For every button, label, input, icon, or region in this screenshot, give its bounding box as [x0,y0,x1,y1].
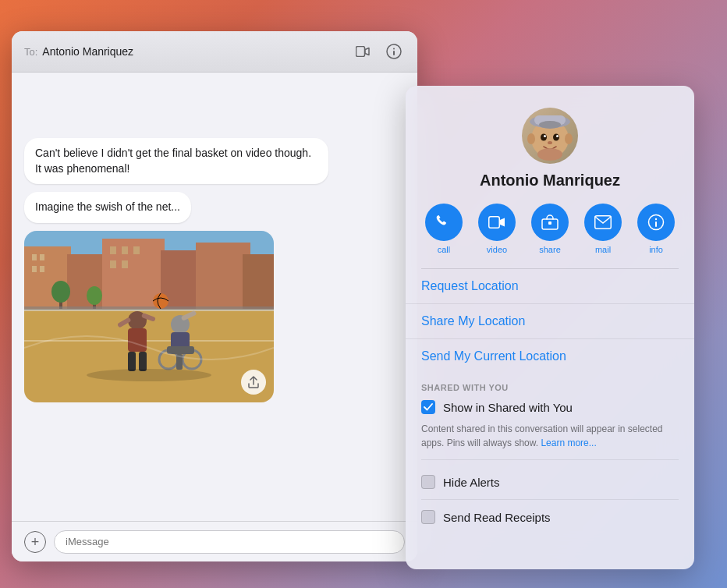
svg-rect-14 [40,266,44,272]
svg-point-23 [87,286,102,305]
info-icon-circle [637,204,675,241]
info-header: Antonio Manriquez [406,86,694,204]
svg-point-60 [655,218,657,220]
svg-rect-0 [356,47,365,57]
show-shared-checkbox[interactable] [421,400,435,414]
bottom-toggles: Hide Alerts Send Read Receipts [406,465,694,534]
basketball-photo [24,231,274,402]
action-info[interactable]: info [637,204,675,254]
contact-name: Antonio Manriquez [480,172,620,190]
info-panel: Antonio Manriquez call video [406,86,694,569]
svg-point-53 [548,141,552,144]
svg-point-50 [553,134,559,141]
svg-rect-16 [122,246,128,254]
call-icon-circle [425,204,463,241]
contact-avatar [522,108,578,164]
photo-message-row [24,231,405,402]
messages-list: Than Can't believe I didn't get the fina… [12,73,417,522]
svg-point-49 [541,134,547,141]
svg-rect-55 [489,217,500,228]
share-location-label: Share My Location [421,314,525,328]
call-label: call [438,245,451,254]
learn-more-link[interactable]: Learn more... [541,437,596,448]
shared-description: Content shared in this conversation will… [421,422,679,460]
svg-point-52 [556,135,559,137]
svg-point-51 [544,135,546,137]
send-read-receipts-label: Send Read Receipts [443,511,551,524]
svg-rect-57 [548,221,551,225]
mail-icon-circle [584,204,622,241]
share-label: share [539,245,561,254]
send-current-location-item[interactable]: Send My Current Location [406,339,694,374]
bubble-text: Can't believe I didn't get the final bas… [35,147,311,175]
svg-point-47 [527,133,535,144]
svg-rect-12 [40,254,44,260]
svg-rect-17 [133,246,140,254]
svg-rect-61 [655,221,657,227]
video-icon-circle [478,204,516,241]
request-location-item[interactable]: Request Location [406,269,694,304]
svg-point-21 [51,281,70,303]
svg-rect-27 [24,306,274,310]
show-shared-label: Show in Shared with You [443,401,573,414]
video-label: video [487,245,507,254]
action-mail[interactable]: mail [584,204,622,254]
svg-point-54 [537,148,562,161]
action-share[interactable]: share [531,204,569,254]
received-message: Imagine the swish of the net... [24,192,191,223]
recipient-row: To: Antonio Manriquez [24,45,133,58]
messages-window: To: Antonio Manriquez Than [12,31,417,561]
message-row: Can't believe I didn't get the final bas… [24,138,405,184]
action-call[interactable]: call [425,204,463,254]
svg-rect-58 [595,216,612,229]
message-input[interactable] [54,530,405,554]
svg-rect-19 [122,260,128,268]
video-call-button[interactable] [352,41,374,62]
info-label: info [649,245,663,254]
titlebar-actions [352,41,405,62]
svg-rect-9 [196,243,250,309]
action-video[interactable]: video [478,204,516,254]
svg-point-34 [153,293,168,309]
send-read-receipts-checkbox[interactable] [421,510,435,524]
svg-rect-3 [393,51,395,55]
shared-with-you-section: SHARED WITH YOU Show in Shared with You … [406,374,694,465]
add-button[interactable]: + [24,531,46,553]
recipient-name: Antonio Manriquez [42,45,133,58]
hide-alerts-row[interactable]: Hide Alerts [421,465,679,500]
share-my-location-item[interactable]: Share My Location [406,304,694,339]
svg-rect-26 [24,340,274,342]
to-label: To: [24,46,37,58]
share-icon-circle [531,204,569,241]
svg-point-42 [87,369,211,381]
received-message: Can't believe I didn't get the final bas… [24,138,328,184]
svg-rect-30 [128,352,136,371]
hide-alerts-label: Hide Alerts [443,476,500,489]
menu-items: Request Location Share My Location Send … [406,269,694,374]
shared-section-label: SHARED WITH YOU [421,383,679,392]
photo-share-button[interactable] [241,370,266,395]
svg-rect-39 [167,346,194,354]
svg-rect-11 [32,254,37,260]
svg-rect-29 [128,328,147,352]
send-read-receipts-row[interactable]: Send Read Receipts [421,500,679,534]
send-location-label: Send My Current Location [421,349,566,363]
svg-rect-24 [24,309,274,402]
request-location-label: Request Location [421,279,519,292]
hide-alerts-checkbox[interactable] [421,475,435,489]
photo-message [24,231,274,402]
message-row: Than [24,85,405,115]
svg-rect-10 [243,254,274,309]
add-icon: + [31,535,40,549]
mail-label: mail [595,245,611,254]
svg-point-2 [393,48,395,50]
bubble-text: Imagine the swish of the net... [35,200,180,213]
info-button[interactable] [383,41,405,62]
action-buttons-row: call video share [406,204,694,268]
svg-rect-15 [110,246,116,254]
input-bar: + [12,521,417,561]
svg-point-48 [565,133,573,144]
message-row: Imagine the swish of the net... [24,192,405,223]
shared-toggle-row[interactable]: Show in Shared with You [421,400,679,414]
svg-rect-13 [32,266,37,272]
